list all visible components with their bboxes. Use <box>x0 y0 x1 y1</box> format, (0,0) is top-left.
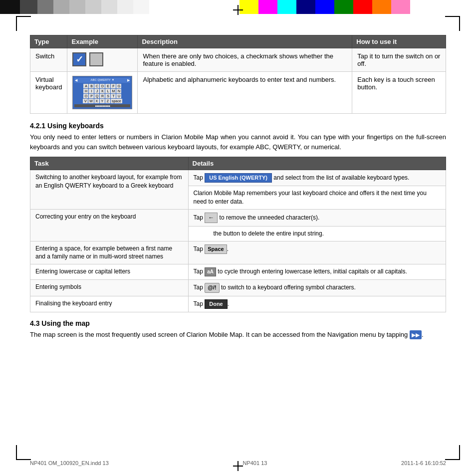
task-space-detail: Tap Space. <box>188 241 446 264</box>
task-lowercase: Entering lowercase or capital letters <box>30 264 189 280</box>
task-entering-space: Entering a space, for example between a … <box>30 241 189 264</box>
table-row: Virtualkeyboard ◀ABC QWERTY ▼▶ ABC DEFG … <box>30 72 446 114</box>
section-43-body-text: The map screen is the most frequently us… <box>30 331 408 338</box>
type-switch-label: Switch <box>30 48 67 72</box>
type-switch-howto: Tap it to turn the switch on or off. <box>352 48 446 72</box>
task-symbols: Entering symbols <box>30 280 189 296</box>
symbols-button[interactable]: @/! <box>205 283 219 292</box>
type-vkb-description: Alphabetic and alphanumeric keyboards to… <box>138 72 352 114</box>
task-switching-detail2: Clarion Mobile Map remembers your last k… <box>188 186 446 210</box>
task-lowercase-detail: Tap aA to cycle through entering lowerca… <box>188 264 446 280</box>
type-switch-example: ✓ <box>67 48 138 72</box>
page-footer: NP401 OM_100920_EN.indd 13 NP401 13 2011… <box>30 460 446 466</box>
corner-mark-bl <box>16 445 31 460</box>
types-table-header-howto: How to use it <box>352 35 446 48</box>
task-finalising-detail: Tap Done. <box>188 296 446 312</box>
table-row: Finalising the keyboard entry Tap Done. <box>30 296 446 312</box>
types-table-header-example: Example <box>67 35 138 48</box>
caps-button[interactable]: aA <box>205 267 216 276</box>
table-row: Switch ✓ When there are only two choices… <box>30 48 446 72</box>
table-row: Correcting your entry on the keyboard Ta… <box>30 209 446 226</box>
type-switch-description: When there are only two choices, a check… <box>138 48 352 72</box>
section-43-body: The map screen is the most frequently us… <box>30 330 446 340</box>
types-table-header-description: Description <box>138 35 352 48</box>
task-symbols-detail: Tap @/! to switch to a keyboard offering… <box>188 280 446 296</box>
checkbox-group: ✓ <box>72 52 132 66</box>
table-row: Entering symbols Tap @/! to switch to a … <box>30 280 446 296</box>
navigation-icon: ▶▶ <box>410 330 422 340</box>
correcting-indent: the button to delete the entire input st… <box>194 230 441 238</box>
type-vkb-howto: Each key is a touch screen button. <box>352 72 446 114</box>
task-correcting-detail1: Tap ← to remove the unneeded character(s… <box>188 209 446 226</box>
footer-left-text: NP401 OM_100920_EN.indd 13 <box>30 460 109 466</box>
backspace-button[interactable]: ← <box>205 213 218 223</box>
corner-mark-tr <box>445 16 460 31</box>
table-row: Entering a space, for example between a … <box>30 241 446 264</box>
cross-top <box>233 5 243 15</box>
tasks-table-header-task: Task <box>30 157 189 170</box>
section-421-heading: 4.2.1 Using keyboards <box>30 122 446 130</box>
section-43-heading: 4.3 Using the map <box>30 319 446 327</box>
virtual-keyboard-thumbnail: ◀ABC QWERTY ▼▶ ABC DEFG HIJ KLMN OPQ R <box>72 76 132 109</box>
corner-mark-br <box>445 445 460 460</box>
task-switching-detail1: Tap US English (QWERTY) and select from … <box>188 170 446 186</box>
tasks-table-header-details: Details <box>188 157 446 170</box>
top-bar-right <box>239 0 476 14</box>
types-table: Type Example Description How to use it S… <box>30 35 446 114</box>
main-content: Type Example Description How to use it S… <box>30 35 446 446</box>
task-correcting-detail2: the button to delete the entire input st… <box>188 226 446 241</box>
type-vkb-label: Virtualkeyboard <box>30 72 67 114</box>
table-row: Switching to another keyboard layout, fo… <box>30 170 446 186</box>
task-switching-keyboard: Switching to another keyboard layout, fo… <box>30 170 189 210</box>
vkb-header: ◀ABC QWERTY ▼▶ <box>74 78 130 83</box>
checkbox-checked: ✓ <box>72 52 86 66</box>
done-button[interactable]: Done <box>205 299 228 309</box>
footer-right-text: 2011-1-6 16:10:52 <box>401 460 446 466</box>
section-421-body: You only need to enter letters or number… <box>30 132 446 152</box>
checkbox-unchecked <box>89 52 103 66</box>
keyboard-type-button[interactable]: US English (QWERTY) <box>205 173 272 183</box>
task-finalising: Finalising the keyboard entry <box>30 296 189 312</box>
types-table-header-type: Type <box>30 35 67 48</box>
space-button[interactable]: Space <box>205 244 227 254</box>
tasks-table: Task Details Switching to another keyboa… <box>30 157 446 312</box>
footer-center-text: NP401 13 <box>242 460 267 466</box>
table-row: Entering lowercase or capital letters Ta… <box>30 264 446 280</box>
type-vkb-example: ◀ABC QWERTY ▼▶ ABC DEFG HIJ KLMN OPQ R <box>67 72 138 114</box>
top-bar-left <box>0 0 210 14</box>
corner-mark-tl <box>16 16 31 31</box>
task-correcting-keyboard: Correcting your entry on the keyboard <box>30 209 189 241</box>
